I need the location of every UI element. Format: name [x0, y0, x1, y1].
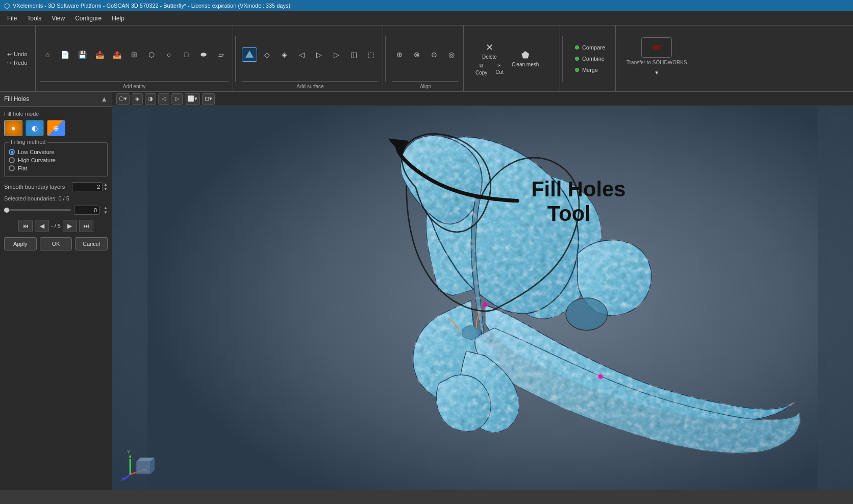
3d-viewport[interactable]: Fill Holes Tool X Y Z — [112, 106, 853, 490]
align-2[interactable]: ⊗ — [409, 47, 424, 62]
svg-text:Z: Z — [121, 477, 124, 482]
navigation-cube[interactable]: X Y Z — [120, 446, 156, 482]
undo-redo-section: ↩ Undo ↪ Redo — [0, 26, 36, 91]
surface-tool-4[interactable]: ◁ — [294, 47, 309, 62]
import-icon[interactable]: 📥 — [92, 47, 107, 62]
nav-next-button[interactable]: ▶ — [63, 220, 77, 232]
smooth-up-arrow[interactable]: ▲ — [104, 182, 108, 187]
redo-button[interactable]: ↪ Redo — [5, 59, 30, 67]
cyl-icon[interactable]: ⬬ — [196, 47, 211, 62]
merge-dot — [575, 68, 579, 72]
menu-configure[interactable]: Configure — [70, 13, 107, 24]
navigation-row: ⏮ ◀ - / 5 ▶ ⏭ — [4, 220, 108, 232]
mesh-icon[interactable]: ⬡ — [144, 47, 159, 62]
slider-up-arrow[interactable]: ▲ — [104, 206, 108, 210]
smooth-boundary-input[interactable] — [72, 182, 103, 191]
solidworks-section: SW Transfer to SOLIDWORKS ▼ — [620, 26, 693, 91]
redo-icon: ↪ — [7, 60, 12, 66]
fill-mode-blue[interactable]: ◐ — [26, 120, 44, 136]
surface-tool-5[interactable]: ▷ — [311, 47, 327, 62]
sphere-icon[interactable]: ○ — [161, 47, 177, 62]
viewport-tool-2[interactable]: ◈ — [132, 93, 143, 105]
fill-holes-icon[interactable] — [242, 47, 257, 62]
menu-tools[interactable]: Tools — [22, 13, 46, 24]
nav-first-button[interactable]: ⏮ — [18, 220, 33, 232]
svg-line-15 — [124, 474, 130, 480]
clean-mesh-icon: ⬟ — [521, 49, 530, 61]
divider-1 — [235, 36, 236, 82]
combine-button[interactable]: Combine — [573, 55, 607, 63]
align-section: ⊕ ⊗ ⊙ ◎ Align — [388, 26, 464, 91]
divider-4 — [562, 36, 563, 82]
viewport-tool-select[interactable]: ⬜▾ — [185, 93, 200, 105]
boundary-slider[interactable] — [4, 209, 71, 211]
nav-prev-button[interactable]: ◀ — [35, 220, 49, 232]
svg-marker-13 — [129, 455, 131, 458]
compare-dot — [575, 45, 579, 49]
fill-mode-multi[interactable]: ⊕ — [47, 120, 65, 136]
apply-button[interactable]: Apply — [4, 237, 37, 250]
plane-icon[interactable]: ▱ — [213, 47, 229, 62]
viewport-tool-1[interactable]: ⬡▾ — [116, 93, 130, 105]
panel-title: Fill Holes — [4, 95, 29, 103]
box-icon[interactable]: □ — [179, 47, 194, 62]
clean-mesh-button[interactable]: ⬟ Clean mesh — [509, 48, 542, 68]
add-entity-section: ⌂ 📄 💾 📥 📤 ⊞ ⬡ ○ □ ⬬ ▱ Add entity — [36, 26, 233, 91]
align-label: Align — [392, 81, 459, 89]
undo-button[interactable]: ↩ Undo — [5, 50, 30, 59]
menu-help[interactable]: Help — [107, 13, 130, 24]
surface-tool-6[interactable]: ▷ — [329, 47, 344, 62]
align-4[interactable]: ◎ — [444, 47, 459, 62]
menu-bar: File Tools View Configure Help — [0, 11, 853, 26]
slider-thumb[interactable] — [4, 208, 9, 213]
grid-icon[interactable]: ⊞ — [127, 47, 142, 62]
cut-button[interactable]: ✂ Cut — [492, 62, 507, 77]
toolbar-area: ↩ Undo ↪ Redo ⌂ 📄 💾 📥 📤 ⊞ ⬡ ○ □ ⬬ ▱ Add … — [0, 26, 853, 92]
title-bar: ⬡ VXelements - 3D Software Platform - Go… — [0, 0, 853, 11]
panel-collapse-button[interactable]: ▲ — [101, 95, 108, 103]
menu-file[interactable]: File — [2, 13, 22, 24]
divider-2 — [385, 36, 386, 82]
svg-text:Y: Y — [127, 449, 130, 455]
undo-icon: ↩ — [7, 51, 12, 58]
svg-point-4 — [483, 303, 487, 307]
surface-tool-2[interactable]: ◇ — [259, 47, 274, 62]
add-surface-section: ◇ ◈ ◁ ▷ ▷ ◫ ⬚ Add surface — [238, 26, 383, 91]
solidworks-dropdown[interactable]: ▼ — [649, 65, 664, 80]
compare-button[interactable]: Compare — [573, 43, 607, 52]
save-icon[interactable]: 💾 — [74, 47, 90, 62]
method-low-curvature[interactable]: Low Curvature — [9, 149, 103, 155]
app-icon: ⬡ — [4, 2, 10, 10]
align-3[interactable]: ⊙ — [426, 47, 442, 62]
viewport-tool-3[interactable]: ◑ — [145, 93, 156, 105]
fill-mode-orange[interactable]: ● — [4, 120, 22, 136]
slider-down-arrow[interactable]: ▼ — [104, 210, 108, 215]
home-icon[interactable]: ⌂ — [40, 47, 55, 62]
surface-tool-3[interactable]: ◈ — [277, 47, 292, 62]
slider-value-input[interactable] — [74, 206, 99, 215]
new-icon[interactable]: 📄 — [57, 47, 72, 62]
ok-button[interactable]: OK — [40, 237, 72, 250]
cancel-button[interactable]: Cancel — [75, 237, 108, 250]
filling-method-title: Filling method — [9, 139, 47, 145]
nav-last-button[interactable]: ⏭ — [79, 220, 93, 232]
method-flat[interactable]: Flat — [9, 165, 103, 171]
delete-button[interactable]: ✕ Delete — [472, 41, 507, 61]
viewport-tool-back[interactable]: ◁ — [158, 93, 169, 105]
surface-tool-8[interactable]: ⬚ — [363, 47, 379, 62]
copy-icon: ⧉ — [480, 63, 483, 69]
boundary-slider-row: ▲ ▼ — [4, 206, 108, 215]
radio-low-curvature — [9, 149, 15, 155]
align-1[interactable]: ⊕ — [392, 47, 407, 62]
export-icon[interactable]: 📤 — [109, 47, 124, 62]
smooth-down-arrow[interactable]: ▼ — [104, 187, 108, 191]
add-surface-icons: ◇ ◈ ◁ ▷ ▷ ◫ ⬚ — [242, 28, 379, 81]
method-high-curvature[interactable]: High Curvature — [9, 157, 103, 163]
menu-view[interactable]: View — [46, 13, 70, 24]
title-text: VXelements - 3D Software Platform - GoSC… — [13, 3, 290, 9]
surface-tool-7[interactable]: ◫ — [346, 47, 361, 62]
merge-button[interactable]: Merge — [573, 66, 607, 74]
copy-button[interactable]: ⧉ Copy — [472, 62, 490, 77]
viewport-tool-more[interactable]: ⊡▾ — [202, 93, 215, 105]
viewport-tool-forward[interactable]: ▷ — [171, 93, 183, 105]
